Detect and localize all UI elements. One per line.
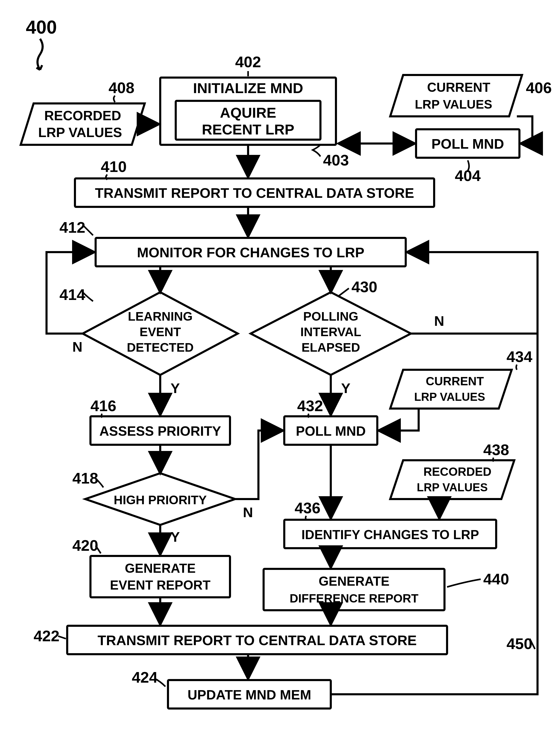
- svg-text:Y: Y: [341, 381, 350, 396]
- svg-text:Y: Y: [171, 529, 180, 545]
- svg-text:DIFFERENCE REPORT: DIFFERENCE REPORT: [290, 592, 418, 605]
- svg-text:432: 432: [297, 397, 323, 415]
- figure-ref: 400: [26, 17, 57, 37]
- svg-text:412: 412: [59, 219, 85, 236]
- svg-text:HIGH PRIORITY: HIGH PRIORITY: [114, 493, 207, 507]
- svg-text:LRP VALUES: LRP VALUES: [417, 481, 488, 494]
- svg-text:POLL MND: POLL MND: [432, 136, 504, 151]
- svg-text:424: 424: [132, 669, 158, 686]
- svg-text:ASSESS PRIORITY: ASSESS PRIORITY: [99, 424, 221, 439]
- decision-polling-interval: POLLING INTERVAL ELAPSED: [251, 292, 411, 375]
- svg-text:N: N: [72, 339, 82, 354]
- data-current-lrp-values-mid: CURRENT LRP VALUES: [390, 370, 512, 409]
- svg-text:440: 440: [483, 570, 509, 588]
- svg-text:420: 420: [72, 537, 98, 554]
- process-initialize-mnd: INITIALIZE MND AQUIRE RECENT LRP: [160, 78, 336, 145]
- data-recorded-lrp-values-mid: RECORDED LRP VALUES: [390, 460, 514, 499]
- decision-high-priority: HIGH PRIORITY: [85, 473, 235, 525]
- svg-text:LRP VALUES: LRP VALUES: [38, 125, 122, 140]
- svg-text:POLL MND: POLL MND: [296, 424, 366, 439]
- svg-text:438: 438: [483, 441, 509, 459]
- svg-text:DETECTED: DETECTED: [127, 340, 194, 354]
- svg-text:436: 436: [295, 499, 320, 517]
- svg-text:408: 408: [109, 79, 134, 96]
- svg-text:414: 414: [59, 286, 86, 303]
- svg-text:INTERVAL: INTERVAL: [300, 325, 361, 339]
- svg-text:ELAPSED: ELAPSED: [302, 340, 360, 354]
- svg-text:430: 430: [351, 278, 377, 295]
- svg-text:GENERATE: GENERATE: [319, 574, 389, 589]
- svg-text:TRANSMIT REPORT TO CENTRAL DAT: TRANSMIT REPORT TO CENTRAL DATA STORE: [97, 633, 417, 648]
- svg-text:410: 410: [101, 158, 127, 175]
- svg-text:CURRENT: CURRENT: [427, 80, 490, 95]
- svg-text:N: N: [243, 505, 253, 520]
- flowchart-svg: 400 INITIALIZE MND AQUIRE RECENT LRP 402…: [0, 0, 560, 731]
- svg-text:416: 416: [90, 397, 116, 415]
- data-recorded-lrp-values-top: RECORDED LRP VALUES: [21, 103, 145, 145]
- svg-text:N: N: [434, 313, 444, 329]
- decision-learning-event: LEARNING EVENT DETECTED: [83, 292, 238, 375]
- svg-text:INITIALIZE MND: INITIALIZE MND: [193, 80, 303, 96]
- svg-text:AQUIRE: AQUIRE: [220, 104, 276, 121]
- svg-text:TRANSMIT REPORT TO CENTRAL DAT: TRANSMIT REPORT TO CENTRAL DATA STORE: [95, 185, 414, 201]
- svg-text:403: 403: [323, 151, 349, 169]
- svg-text:422: 422: [34, 627, 59, 645]
- svg-text:LEARNING: LEARNING: [128, 309, 193, 323]
- svg-text:EVENT: EVENT: [140, 325, 181, 339]
- svg-text:418: 418: [72, 470, 98, 487]
- svg-text:MONITOR FOR CHANGES TO LRP: MONITOR FOR CHANGES TO LRP: [137, 245, 364, 260]
- data-current-lrp-values-top: CURRENT LRP VALUES: [390, 75, 522, 116]
- svg-text:GENERATE: GENERATE: [125, 561, 196, 576]
- svg-text:RECENT LRP: RECENT LRP: [202, 121, 294, 138]
- svg-text:402: 402: [235, 53, 261, 71]
- svg-text:LRP VALUES: LRP VALUES: [414, 391, 485, 403]
- svg-text:Y: Y: [171, 381, 180, 396]
- svg-text:RECORDED: RECORDED: [423, 465, 491, 478]
- svg-text:434: 434: [507, 348, 533, 366]
- svg-text:450: 450: [507, 635, 532, 652]
- svg-text:RECORDED: RECORDED: [44, 108, 121, 123]
- svg-text:CURRENT: CURRENT: [426, 375, 484, 388]
- svg-text:UPDATE MND MEM: UPDATE MND MEM: [188, 687, 311, 702]
- svg-text:EVENT REPORT: EVENT REPORT: [110, 578, 211, 592]
- svg-text:POLLING: POLLING: [303, 309, 358, 323]
- svg-text:IDENTIFY CHANGES TO LRP: IDENTIFY CHANGES TO LRP: [301, 528, 479, 542]
- svg-text:LRP VALUES: LRP VALUES: [415, 97, 492, 111]
- svg-text:406: 406: [526, 79, 552, 96]
